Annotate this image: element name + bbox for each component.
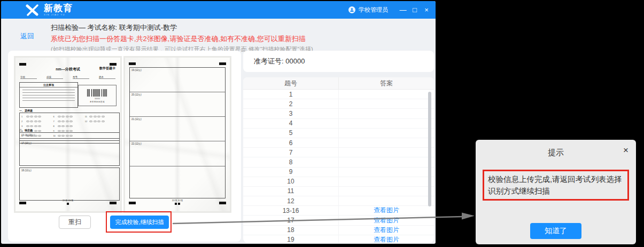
table-row: 13-16查看图片 [243, 206, 434, 216]
choice-bubbles-grid: 123456789101112 [19, 113, 120, 144]
bubble-option [89, 116, 92, 118]
table-row: 10 [243, 177, 434, 187]
barcode-caption: 条形码粘贴区域 [79, 101, 116, 103]
bubble-option [34, 125, 37, 128]
choice-item: 11 [85, 115, 117, 118]
bubble-option [26, 121, 29, 123]
answer-cell [339, 90, 434, 99]
dialog-close-icon[interactable]: × [623, 146, 629, 155]
answer-cell: 查看图片 [339, 206, 434, 215]
essay-section: 19.(12分) [130, 68, 225, 92]
table-row: 7 [243, 148, 434, 157]
scanned-sheet-1[interactable]: nm—分校考试 数学答题卡 学校班级考号姓名 注意事项 00000 条形码粘贴区… [14, 56, 122, 213]
choice-item: 8 [53, 125, 84, 128]
app-logo: 新教育 XIN JIAO YU [26, 4, 73, 16]
close-button[interactable]: × [422, 6, 431, 13]
table-row: 11 [243, 187, 434, 196]
choice-item: 6 [53, 115, 84, 118]
choice-item: 2 [21, 120, 53, 123]
essay-sections: 19.(12分)20.(12分)21.(12分)22.(12分) [129, 67, 226, 198]
bubble-option [66, 125, 69, 128]
dialog-confirm-button[interactable]: 知道了 [530, 223, 581, 239]
scan-preview-panel: nm—分校考试 数学答题卡 学校班级考号姓名 注意事项 00000 条形码粘贴区… [8, 51, 241, 242]
view-image-link[interactable]: 查看图片 [374, 226, 399, 235]
bubble-option [69, 121, 73, 123]
bubble-option [38, 125, 41, 128]
bubble-option [58, 125, 61, 128]
essay-section: 22.(12分) [130, 141, 225, 166]
bubble-option [61, 116, 65, 118]
column-header-question: 题号 [243, 77, 339, 89]
answer-cell [339, 177, 434, 186]
bubble-option [66, 130, 69, 132]
view-image-link[interactable]: 查看图片 [374, 216, 399, 225]
bubble-option [66, 116, 69, 118]
bubble-option [69, 130, 73, 132]
user-avatar-icon [348, 6, 355, 13]
red-annotation-box: 完成校验,继续扫描 [106, 211, 172, 233]
view-image-link[interactable]: 查看图片 [374, 206, 399, 215]
answer-cell: 查看图片 [339, 226, 434, 235]
back-link[interactable]: 返回 [20, 31, 34, 41]
ticket-number-card: 准考证号: 00000 [243, 51, 434, 72]
question-number-cell: 18 [243, 226, 339, 235]
question-number-cell: 12 [243, 196, 339, 205]
sheet-notice-box: 注意事项 [19, 82, 78, 108]
app-window: 新教育 XIN JIAO YU 学校管理员 — □ × 返回 扫描检验— 考试名… [1, 1, 436, 244]
bubble-option [102, 121, 105, 123]
table-body: 12345678910111213-16查看图片17查看图片18查看图片19查看… [243, 90, 434, 243]
bubble-option [61, 130, 65, 132]
question-number-cell: 19 [243, 235, 339, 243]
answer-cell: 查看图片 [339, 235, 434, 243]
sheet-barcode-box: 00000 条形码粘贴区域 [78, 85, 117, 106]
app-title: 新教育 [44, 4, 73, 13]
answer-cell [339, 196, 434, 205]
essay-box: 18.(12分) [19, 168, 120, 201]
answer-cell [339, 138, 434, 147]
essay-section: 21.(12分) [130, 117, 225, 141]
essay-boxes: 17.(10分)18.(12分) [19, 140, 120, 202]
choice-section-label: 一、选择题 [19, 109, 33, 112]
registration-square [175, 203, 177, 205]
bubble-option [94, 121, 97, 123]
rescan-button[interactable]: 重扫 [59, 216, 91, 229]
bubble-option [89, 121, 92, 123]
question-number-cell: 5 [243, 129, 339, 138]
table-row: 9 [243, 168, 434, 177]
bubble-option [97, 116, 100, 118]
essay-section: 20.(12分) [130, 92, 225, 117]
bubble-option [102, 116, 105, 118]
registration-square [67, 203, 69, 205]
question-number-cell: 3 [243, 109, 339, 118]
answer-cell [339, 119, 434, 128]
bubble-option [26, 125, 29, 128]
registration-mark [219, 62, 226, 65]
registration-mark [110, 63, 117, 66]
table-scrollbar[interactable] [428, 92, 431, 206]
student-field-label: 学校 [20, 76, 37, 79]
page-title: 扫描检验— 考试名称: 联考期中测试-数学 [51, 23, 313, 33]
minimize-button[interactable]: — [399, 6, 407, 13]
question-number-cell: 7 [243, 148, 339, 157]
answer-cell [339, 187, 434, 196]
scanned-sheet-2[interactable]: 19.(12分)20.(12分)21.(12分)22.(12分) 第2页 共2页 [123, 56, 231, 213]
question-number-cell: 8 [243, 157, 339, 166]
answer-cell [339, 168, 434, 177]
answers-table-card: 题号 答案 12345678910111213-16查看图片17查看图片18查看… [243, 77, 434, 243]
registration-mark [129, 62, 136, 65]
maximize-button[interactable]: □ [410, 6, 419, 13]
question-number-cell: 6 [243, 138, 339, 147]
bubble-option [30, 125, 33, 128]
table-row: 6 [243, 138, 434, 148]
barcode-icon [87, 89, 107, 97]
answer-cell: 查看图片 [339, 216, 434, 225]
notice-title: 注意事项 [20, 83, 77, 87]
table-row: 3 [243, 109, 434, 118]
finish-verify-button[interactable]: 完成校验,继续扫描 [110, 216, 169, 229]
bubble-option [38, 116, 41, 118]
view-image-link[interactable]: 查看图片 [374, 235, 399, 243]
bubble-option [38, 121, 41, 123]
table-row: 17查看图片 [243, 216, 434, 225]
bubble-option [61, 125, 65, 128]
student-field-label: 考号 [73, 76, 89, 79]
